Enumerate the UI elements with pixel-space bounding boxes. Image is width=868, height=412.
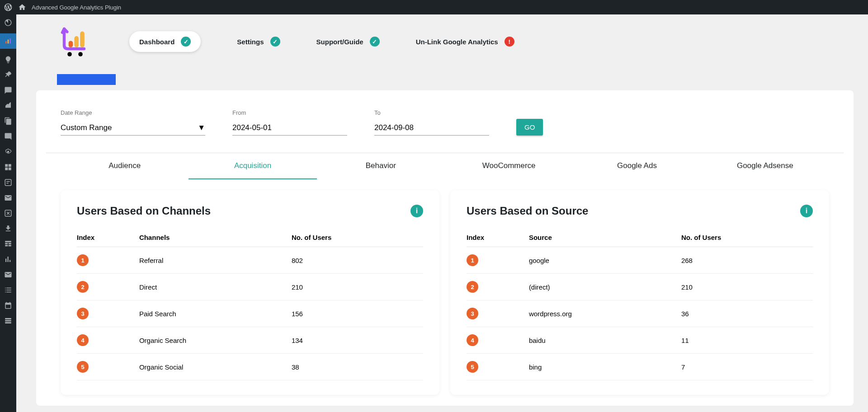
nav-settings-label: Settings	[237, 38, 264, 46]
main-card: Date Range Custom Range ▼ From To GO Aud…	[36, 90, 854, 406]
table-row: 5bing7	[467, 354, 813, 380]
table-row: 3wordpress.org36	[467, 300, 813, 327]
index-badge: 5	[467, 361, 478, 373]
table-row: 1google268	[467, 247, 813, 274]
home-icon[interactable]	[18, 3, 26, 11]
table-row: 4baidu11	[467, 327, 813, 354]
index-badge: 2	[77, 281, 89, 293]
table-row: 1Referral802	[77, 247, 423, 274]
index-badge: 5	[77, 361, 89, 373]
wordpress-icon[interactable]	[4, 3, 13, 12]
dashboard-icon[interactable]	[4, 18, 13, 27]
from-date-input[interactable]	[232, 121, 347, 136]
nav-unlink-label: Un-Link Google Analytics	[416, 38, 498, 46]
admin-bar-title[interactable]: Advanced Google Analytics Plugin	[32, 4, 121, 11]
source-card-title: Users Based on Source	[467, 205, 588, 217]
row-name: wordpress.org	[529, 300, 681, 327]
svg-rect-13	[8, 257, 9, 262]
calendar-icon[interactable]	[4, 301, 13, 310]
row-name: Referral	[139, 247, 292, 274]
tab-google-ads[interactable]: Google Ads	[573, 153, 701, 179]
table-row: 5Organic Social38	[77, 354, 423, 380]
svg-rect-17	[5, 322, 11, 323]
wp-admin-bar: Advanced Google Analytics Plugin	[0, 0, 868, 14]
pages-icon[interactable]	[4, 117, 13, 126]
download-icon[interactable]	[4, 224, 13, 233]
index-badge: 3	[77, 308, 89, 319]
index-badge: 1	[467, 254, 478, 266]
svg-rect-12	[5, 259, 6, 262]
table-icon[interactable]	[4, 239, 13, 248]
grid-icon[interactable]	[4, 163, 13, 172]
svg-rect-7	[9, 168, 11, 170]
row-users: 38	[292, 354, 423, 380]
envelope-icon[interactable]	[4, 270, 13, 279]
data-cards-row: Users Based on Channels i Index Channels…	[61, 190, 829, 406]
table-row: 2Direct210	[77, 274, 423, 300]
nav-support[interactable]: Support/Guide ✓	[316, 37, 380, 47]
channels-table: Index Channels No. of Users 1Referral802…	[77, 228, 423, 380]
comment-icon[interactable]	[4, 132, 13, 141]
bars-icon[interactable]	[4, 255, 13, 264]
svg-rect-19	[74, 36, 79, 47]
media-icon[interactable]	[4, 101, 13, 110]
nav-unlink[interactable]: Un-Link Google Analytics !	[416, 37, 514, 47]
tab-woocommerce[interactable]: WooCommerce	[445, 153, 573, 179]
tab-google-adsense[interactable]: Google Adsense	[701, 153, 829, 179]
tools-icon[interactable]	[4, 316, 13, 325]
date-range-value: Custom Range	[61, 123, 112, 132]
comments-icon[interactable]	[4, 86, 13, 95]
to-date-input[interactable]	[374, 121, 489, 136]
svg-rect-15	[5, 318, 11, 319]
date-range-row: Date Range Custom Range ▼ From To GO	[61, 109, 829, 136]
row-name: (direct)	[529, 274, 681, 300]
lightbulb-icon[interactable]	[4, 55, 13, 64]
plugin-header-nav: Dashboard ✓ Settings ✓ Support/Guide ✓ U…	[16, 14, 868, 69]
svg-rect-14	[9, 260, 10, 262]
info-icon[interactable]: i	[410, 205, 423, 217]
report-tabs: Audience Acquisition Behavior WooCommerc…	[61, 153, 829, 179]
x-icon[interactable]	[4, 209, 13, 218]
from-label: From	[232, 109, 347, 116]
mail-icon[interactable]	[4, 193, 13, 202]
nav-dashboard-label: Dashboard	[139, 38, 175, 46]
chevron-down-icon: ▼	[198, 123, 205, 132]
form-icon[interactable]	[4, 178, 13, 187]
check-icon: ✓	[370, 37, 380, 47]
svg-rect-18	[69, 41, 73, 47]
index-badge: 3	[467, 308, 478, 319]
index-badge: 4	[467, 334, 478, 346]
analytics-plugin-icon[interactable]	[0, 33, 16, 49]
row-users: 210	[681, 274, 813, 300]
row-name: google	[529, 247, 681, 274]
date-range-select[interactable]: Custom Range ▼	[61, 121, 205, 136]
alert-icon: !	[505, 37, 514, 47]
list-icon[interactable]	[4, 286, 13, 295]
channels-card-title: Users Based on Channels	[77, 205, 211, 217]
tab-audience[interactable]: Audience	[61, 153, 189, 179]
tab-behavior[interactable]: Behavior	[317, 153, 445, 179]
pin-icon[interactable]	[4, 70, 13, 80]
table-row: 3Paid Search156	[77, 300, 423, 327]
row-users: 36	[681, 300, 813, 327]
col-users: No. of Users	[292, 228, 423, 247]
nav-dashboard[interactable]: Dashboard ✓	[129, 31, 201, 52]
row-users: 268	[681, 247, 813, 274]
go-button[interactable]: GO	[516, 119, 543, 136]
nav-support-label: Support/Guide	[316, 38, 363, 46]
tab-acquisition[interactable]: Acquisition	[189, 153, 316, 179]
row-name: baidu	[529, 327, 681, 354]
check-icon: ✓	[181, 37, 191, 47]
table-row: 2(direct)210	[467, 274, 813, 300]
col-channels: Channels	[139, 228, 292, 247]
nav-settings[interactable]: Settings ✓	[237, 37, 280, 47]
table-row: 4Organic Search134	[77, 327, 423, 354]
settings-icon[interactable]	[4, 147, 13, 156]
row-users: 11	[681, 327, 813, 354]
col-source: Source	[529, 228, 681, 247]
svg-rect-20	[80, 32, 85, 47]
source-table: Index Source No. of Users 1google2682(di…	[467, 228, 813, 380]
svg-point-21	[67, 52, 72, 56]
info-icon[interactable]: i	[800, 205, 813, 217]
svg-rect-1	[8, 40, 9, 44]
